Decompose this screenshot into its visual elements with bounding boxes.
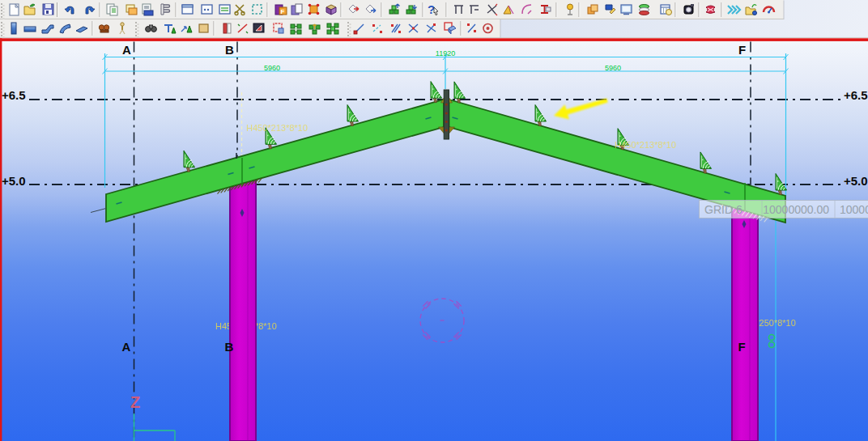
svg-text:F: F [738, 340, 745, 354]
svg-text:GRID 6: GRID 6 [704, 203, 742, 216]
svg-text:A: A [122, 340, 131, 354]
svg-text:H450*213*8*10: H450*213*8*10 [246, 123, 308, 133]
svg-text:11920: 11920 [436, 49, 455, 57]
svg-text:5960: 5960 [264, 64, 280, 72]
svg-text:5960: 5960 [605, 64, 621, 72]
svg-text:Z: Z [130, 393, 140, 411]
svg-text:B: B [225, 43, 234, 57]
svg-text:A: A [122, 43, 131, 57]
svg-text:10000000.00: 10000000.00 [763, 203, 829, 216]
svg-text:F: F [738, 43, 746, 57]
svg-text:+5.0: +5.0 [2, 174, 26, 188]
svg-text:+6.5: +6.5 [2, 88, 26, 102]
svg-text:H450*213*8*10: H450*213*8*10 [615, 140, 676, 150]
svg-text:10000: 10000 [840, 203, 868, 216]
svg-text:B: B [225, 340, 234, 354]
svg-text:+5.0: +5.0 [844, 174, 868, 188]
svg-text:+6.5: +6.5 [844, 88, 868, 102]
svg-text:F: F [281, 8, 285, 15]
